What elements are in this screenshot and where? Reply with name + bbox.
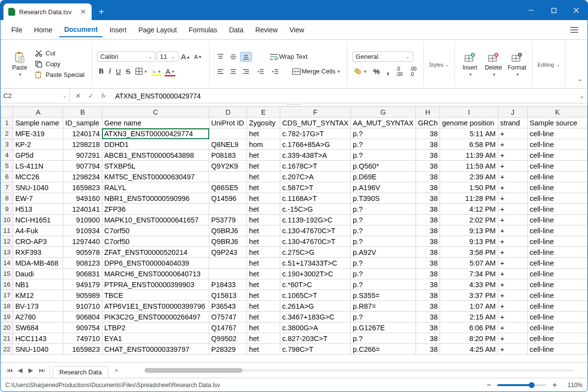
cell[interactable]: 910900 — [63, 215, 102, 225]
cell[interactable]: p.T390S — [351, 193, 416, 204]
cell[interactable]: 906804 — [63, 312, 102, 322]
cell[interactable]: 905978 — [63, 247, 102, 258]
row-header[interactable]: 9 — [1, 204, 13, 215]
cell[interactable]: Q9P243 — [209, 247, 247, 258]
cell[interactable]: cell-line — [528, 236, 588, 247]
cell[interactable]: Sample source — [528, 118, 588, 128]
cell[interactable]: het — [247, 269, 280, 279]
cell[interactable]: 38 — [416, 139, 440, 150]
cell[interactable]: 7:34 PM — [440, 269, 498, 279]
increase-font-button[interactable]: A▴ — [179, 51, 192, 62]
cell[interactable]: c.1678C>T — [280, 161, 350, 172]
paste-special-button[interactable]: Paste Special — [33, 70, 87, 80]
cell[interactable]: 1659823 — [63, 344, 102, 355]
increase-decimal-button[interactable]: .0.00 — [394, 65, 405, 78]
cell[interactable]: Q9BRJ6 — [209, 225, 247, 236]
cell[interactable]: cell-line — [528, 204, 588, 215]
cell[interactable]: cell-line — [528, 279, 588, 290]
formula-input[interactable] — [111, 89, 576, 103]
cell[interactable]: AA_MUT_SYNTAX — [351, 118, 416, 128]
cell[interactable]: + — [498, 290, 527, 301]
row-header[interactable]: 16 — [1, 279, 13, 290]
cell[interactable]: het — [247, 215, 280, 225]
cell[interactable]: 11:59 AM — [440, 161, 498, 172]
cell[interactable]: Q15813 — [209, 290, 247, 301]
cell[interactable]: MCC26 — [13, 172, 63, 182]
cell[interactable]: ZFP36 — [102, 204, 209, 215]
cell[interactable]: P53779 — [209, 215, 247, 225]
cell[interactable]: 1298234 — [63, 172, 102, 182]
cell[interactable]: 3:37 PM — [440, 290, 498, 301]
cell[interactable]: 905989 — [63, 290, 102, 301]
cell[interactable]: P36543 — [209, 301, 247, 312]
cell[interactable]: cell-line — [528, 269, 588, 279]
add-sheet-button[interactable]: ＋ — [111, 365, 122, 376]
cell[interactable]: het — [247, 161, 280, 172]
cell[interactable]: C7orf50 — [102, 225, 209, 236]
cell[interactable]: p.? — [351, 150, 416, 161]
cell[interactable]: MDA-MB-468 — [13, 258, 63, 269]
cell[interactable]: 906831 — [63, 269, 102, 279]
cell[interactable]: cell-line — [528, 290, 588, 301]
cell[interactable]: p.C266= — [351, 344, 416, 355]
cell[interactable]: het — [247, 236, 280, 247]
underline-button[interactable]: U — [114, 67, 123, 76]
cell[interactable]: UniProt ID — [209, 118, 247, 128]
menu-item-view[interactable]: View — [285, 23, 309, 37]
cell[interactable]: NBR1_ENST00000590996 — [102, 193, 209, 204]
paste-button[interactable]: Paste ▾ — [9, 49, 30, 79]
cell[interactable]: 907794 — [63, 161, 102, 172]
cell[interactable]: p.R87= — [351, 301, 416, 312]
cell[interactable]: het — [247, 344, 280, 355]
cell[interactable]: RALYL — [102, 182, 209, 193]
cell[interactable]: SW684 — [13, 322, 63, 333]
cell[interactable] — [209, 204, 247, 215]
cell[interactable]: PIK3C2G_ENST00000266497 — [102, 312, 209, 322]
cell[interactable]: 38 — [416, 344, 440, 355]
cell[interactable]: cell-line — [528, 215, 588, 225]
cell[interactable]: 38 — [416, 225, 440, 236]
font-color-button[interactable]: A▾ — [164, 67, 176, 76]
cell[interactable]: cell-line — [528, 225, 588, 236]
cell[interactable]: c.130-47670C>T — [280, 225, 350, 236]
cell[interactable]: ABCB1_ENST00000543898 — [102, 150, 209, 161]
cell[interactable]: LS-411N — [13, 161, 63, 172]
cell[interactable]: 38 — [416, 236, 440, 247]
cell[interactable]: + — [498, 279, 527, 290]
cell[interactable]: het — [247, 225, 280, 236]
cell[interactable]: 38 — [416, 322, 440, 333]
menu-item-page-layout[interactable]: Page Layout — [133, 23, 182, 37]
row-header[interactable]: 13 — [1, 247, 13, 258]
cell[interactable]: 1:50 PM — [440, 182, 498, 193]
format-cells-button[interactable]: Format▾ — [507, 49, 527, 79]
row-header[interactable]: 1 — [1, 118, 13, 128]
cell[interactable]: + — [498, 139, 527, 150]
cell[interactable]: H513 — [13, 204, 63, 215]
merge-cells-button[interactable]: Merge Cells ▾ — [290, 67, 342, 76]
column-header-E[interactable]: E — [247, 107, 280, 118]
cell[interactable]: p.? — [351, 225, 416, 236]
cell[interactable]: c.51+173433T>C — [280, 258, 350, 269]
cell[interactable]: + — [498, 225, 527, 236]
borders-button[interactable]: ▾ — [133, 67, 149, 76]
cell[interactable]: het — [247, 279, 280, 290]
column-header-C[interactable]: C — [102, 107, 209, 118]
close-tab-icon[interactable]: ✕ — [80, 8, 87, 15]
cell[interactable]: c.3467+183G>C — [280, 312, 350, 322]
cut-button[interactable]: Cut — [33, 49, 87, 58]
cell[interactable]: ZFAT_ENST00000520214 — [102, 247, 209, 258]
column-header-H[interactable]: H — [416, 107, 440, 118]
percent-format-button[interactable]: % — [371, 66, 382, 76]
cell[interactable]: 4:12 PM — [440, 204, 498, 215]
cell[interactable]: STXBP5L — [102, 161, 209, 172]
name-box[interactable]: C2 ⌄ — [0, 89, 70, 103]
cell[interactable]: c.*60T>C — [280, 279, 350, 290]
cell[interactable]: c.782-17G>T — [280, 128, 350, 139]
zoom-slider[interactable] — [497, 384, 546, 386]
cell[interactable]: ID_sample — [63, 118, 102, 128]
cell[interactable]: PTPRA_ENST00000399903 — [102, 279, 209, 290]
cell[interactable]: Sample name — [13, 118, 63, 128]
cell[interactable]: het — [247, 182, 280, 193]
cell[interactable]: Q9Y2K9 — [209, 161, 247, 172]
cell[interactable]: 1298218 — [63, 139, 102, 150]
